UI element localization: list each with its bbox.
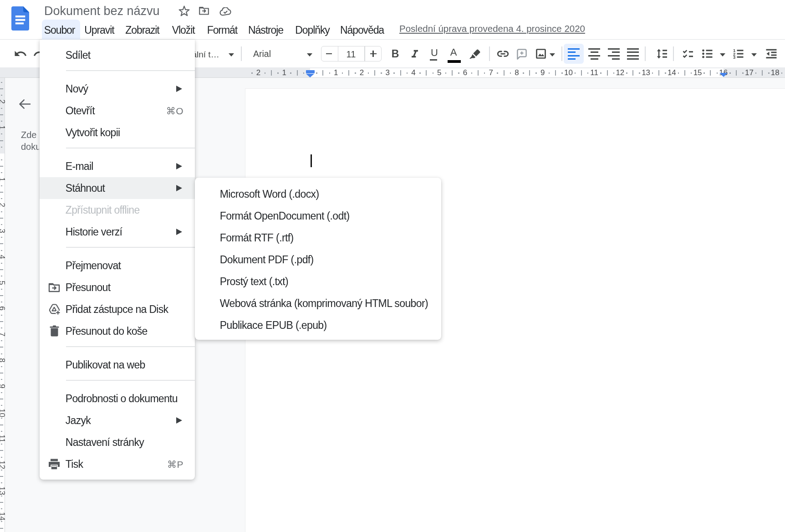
svg-text:3: 3: [733, 55, 735, 60]
